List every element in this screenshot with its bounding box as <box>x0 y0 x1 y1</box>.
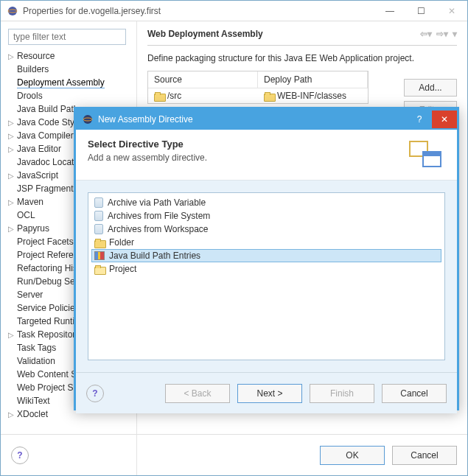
tree-item-label: JavaScript <box>17 170 58 181</box>
list-item-label: Archive via Path Variable <box>108 197 206 208</box>
tree-item-label: Java Compiler <box>17 130 74 141</box>
tree-item-label: Validation <box>17 356 55 366</box>
filter-input[interactable] <box>8 29 126 45</box>
svg-point-0 <box>8 7 17 15</box>
expand-arrow-icon[interactable]: ▷ <box>8 132 17 140</box>
eclipse-icon <box>82 113 94 125</box>
expand-arrow-icon[interactable]: ▷ <box>8 119 17 127</box>
directive-type-list[interactable]: Archive via Path VariableArchives from F… <box>88 192 445 360</box>
titlebar: Properties for de.vogella.jersey.first —… <box>1 1 467 21</box>
expand-arrow-icon[interactable]: ▷ <box>8 52 17 60</box>
modal-titlebar: New Assembly Directive ? ✕ <box>76 109 457 130</box>
list-item-label: Java Build Path Entries <box>109 251 200 261</box>
list-item-label: Project <box>109 264 136 274</box>
add-button[interactable]: Add... <box>404 79 457 97</box>
wizard-body: Archive via Path VariableArchives from F… <box>76 181 457 372</box>
finish-button: Finish <box>310 384 374 403</box>
wizard-subheading: Add a new assembly directive. <box>88 153 207 163</box>
wizard-footer: ? < Back Next > Finish Cancel <box>76 372 457 413</box>
folder-icon <box>94 239 105 247</box>
expand-arrow-icon[interactable]: ▷ <box>8 410 17 419</box>
ok-button[interactable]: OK <box>320 446 385 465</box>
svg-point-2 <box>83 115 92 124</box>
col-deploy[interactable]: Deploy Path <box>258 71 368 88</box>
col-source[interactable]: Source <box>148 71 258 88</box>
list-item[interactable]: Java Build Path Entries <box>91 249 441 262</box>
wizard-icon <box>407 139 445 171</box>
tree-item-label: Java Code Style <box>17 117 81 127</box>
wizard-header: Select Directive Type Add a new assembly… <box>76 130 457 181</box>
cell-deploy: WEB-INF/classes <box>277 91 346 101</box>
tree-item-label: WikiText <box>17 396 50 406</box>
page-heading: Web Deployment Assembly <box>147 29 263 39</box>
new-assembly-directive-dialog: New Assembly Directive ? ✕ Select Direct… <box>74 107 459 410</box>
list-item[interactable]: Project <box>91 262 441 276</box>
expand-arrow-icon[interactable]: ▷ <box>8 145 17 153</box>
close-button[interactable]: ✕ <box>436 3 467 19</box>
window-controls: — ☐ ✕ <box>374 3 467 19</box>
tree-item-label: Task Repository <box>17 329 80 340</box>
modal-close-button[interactable]: ✕ <box>432 111 457 128</box>
tree-item-label: Java Build Path <box>17 104 78 114</box>
tree-item-label: Resource <box>17 51 55 61</box>
tree-item-label: Project Facets <box>17 237 74 247</box>
wizard-heading: Select Directive Type <box>88 139 207 150</box>
wizard-help-button[interactable]: ? <box>86 385 104 402</box>
page-description: Define packaging structure for this Java… <box>147 53 457 63</box>
list-item[interactable]: Archive via Path Variable <box>91 196 441 209</box>
tree-item[interactable]: ▷Builders <box>5 63 132 76</box>
modal-help-button[interactable]: ? <box>407 111 432 128</box>
table-row[interactable]: /src WEB-INF/classes <box>148 88 368 103</box>
list-item[interactable]: Archives from File System <box>91 209 441 223</box>
expand-arrow-icon[interactable]: ▷ <box>8 225 17 233</box>
cancel-button[interactable]: Cancel <box>392 446 457 465</box>
window-title: Properties for de.vogella.jersey.first <box>23 6 161 16</box>
expand-arrow-icon[interactable]: ▷ <box>8 198 17 206</box>
tree-item-label: Builders <box>17 64 49 74</box>
assembly-table[interactable]: Source Deploy Path /src WEB-INF/classes <box>147 71 369 104</box>
tree-item[interactable]: ▷Resource <box>5 49 132 63</box>
library-icon <box>94 251 105 260</box>
tree-item-label: Papyrus <box>17 223 49 234</box>
list-item-label: Archives from File System <box>108 211 210 221</box>
list-item[interactable]: Folder <box>91 236 441 249</box>
nav-arrows: ⇦▾ ⇨▾ ▾ <box>420 29 457 39</box>
back-button: < Back <box>165 384 230 403</box>
menu-arrow-icon[interactable]: ▾ <box>453 29 457 39</box>
list-item-label: Folder <box>109 237 134 248</box>
back-arrow-icon[interactable]: ⇦▾ <box>420 29 432 39</box>
list-item[interactable]: Archives from Workspace <box>91 223 441 236</box>
tree-item-label: Maven <box>17 197 43 207</box>
svg-rect-6 <box>423 152 441 156</box>
minimize-button[interactable]: — <box>374 3 405 19</box>
tree-item[interactable]: ▷Deployment Assembly <box>5 76 132 89</box>
wizard-cancel-button[interactable]: Cancel <box>382 384 447 403</box>
jar-icon <box>94 211 103 221</box>
modal-title: New Assembly Directive <box>98 114 193 125</box>
folder-open-icon <box>94 265 105 273</box>
dialog-bottom-bar: ? OK Cancel <box>1 434 467 475</box>
forward-arrow-icon[interactable]: ⇨▾ <box>436 29 448 39</box>
tree-item-label: JSP Fragment <box>17 183 73 194</box>
expand-arrow-icon[interactable]: ▷ <box>8 172 17 180</box>
eclipse-icon <box>7 5 18 17</box>
next-button[interactable]: Next > <box>237 384 302 403</box>
cell-source: /src <box>167 91 181 101</box>
jar-icon <box>94 224 103 234</box>
expand-arrow-icon[interactable]: ▷ <box>8 331 17 339</box>
tree-item-label: Task Tags <box>17 343 56 353</box>
help-button[interactable]: ? <box>11 447 29 464</box>
list-item-label: Archives from Workspace <box>108 224 208 234</box>
jar-icon <box>94 197 103 208</box>
tree-item[interactable]: ▷Drools <box>5 89 132 102</box>
folder-icon <box>264 92 274 100</box>
tree-item-label: Server <box>17 290 43 300</box>
folder-icon <box>154 92 164 100</box>
tree-item-label: Java Editor <box>17 144 61 154</box>
tree-item-label: Drools <box>17 91 43 101</box>
tree-item-label: Service Policies <box>17 303 80 313</box>
tree-item-label: XDoclet <box>17 409 48 419</box>
tree-item-label: OCL <box>17 210 35 220</box>
maximize-button[interactable]: ☐ <box>405 3 436 19</box>
tree-item-label: Deployment Assembly <box>17 77 105 88</box>
